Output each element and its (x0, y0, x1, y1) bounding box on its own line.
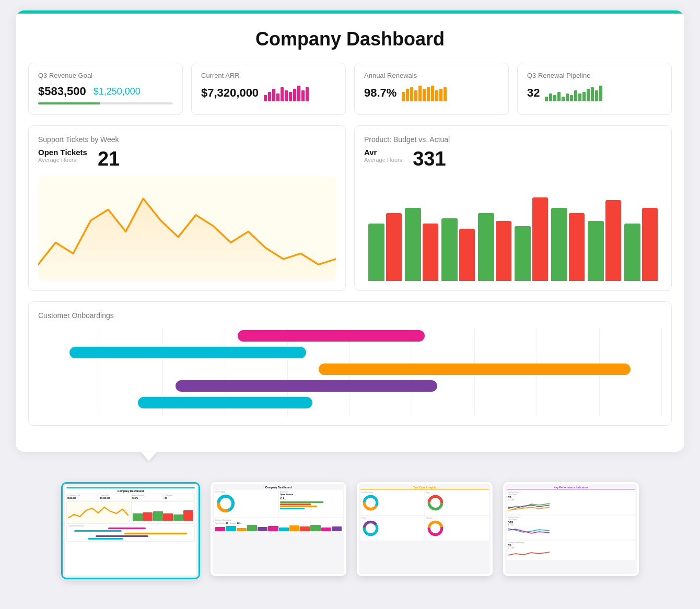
spark-bar (276, 93, 279, 101)
onboarding-title: Customer Onboardings (38, 311, 662, 320)
spark-bar (289, 92, 292, 101)
gantt-bar (319, 364, 631, 375)
support-metric-value: 21 (98, 148, 120, 170)
bar-pair-6 (551, 208, 585, 281)
kpi-q3-revenue-progress-fill (38, 102, 100, 104)
thumbnail-3-wrapper: Test Case Insights Total Test Cases (357, 482, 493, 576)
gantt-bar (138, 397, 312, 408)
arrow-down-icon (141, 452, 157, 461)
bar-budget (515, 226, 531, 281)
gantt-row-5 (38, 397, 662, 409)
kpi-q3-revenue-progress-bar (38, 102, 173, 104)
spark-bar (406, 89, 409, 101)
spark-bar (418, 86, 422, 101)
support-line-chart (38, 177, 336, 281)
spark-bar (272, 89, 275, 101)
kpi-current-arr: Current ARR $7,320,000 (191, 63, 346, 115)
gantt-bar (176, 380, 437, 392)
bar-pair-7 (588, 200, 621, 281)
spark-bar (570, 95, 573, 101)
onboarding-card: Customer Onboardings (28, 301, 672, 426)
budget-vs-actual-card: Product: Budget vs. Actual Avr Average H… (354, 125, 672, 291)
renewals-sparkline (402, 85, 447, 101)
bar-actual (569, 213, 585, 281)
bar-budget (441, 218, 458, 281)
support-metric-label: Open Tickets (38, 148, 87, 157)
bar-actual (605, 200, 622, 281)
spark-bar (578, 93, 581, 101)
bar-budget (405, 208, 421, 281)
support-tickets-card: Support Tickets by Week Open Tickets Ave… (28, 125, 346, 291)
spark-bar (566, 93, 569, 101)
spark-bar (297, 86, 300, 101)
thumbnail-1-wrapper: Company Dashboard Q3 Revenue Goal $583,0… (61, 482, 200, 579)
bar-budget (478, 213, 494, 281)
page-title: Company Dashboard (16, 14, 684, 63)
bar-budget (551, 208, 567, 281)
bar-actual (459, 229, 475, 281)
spark-bar (599, 86, 602, 101)
spark-bar (410, 87, 413, 101)
pipeline-sparkline (545, 85, 602, 101)
gantt-row-2 (38, 347, 662, 359)
thumbnail-4-wrapper: Key Performance Indicators Total Test Ca… (503, 482, 639, 576)
spark-bar (264, 95, 267, 101)
kpi-renewals-value: 98.7% (364, 86, 396, 100)
spark-bar (439, 89, 442, 101)
spark-bar (582, 92, 586, 101)
spark-bar (595, 90, 598, 101)
kpi-row: Q3 Revenue Goal $583,500 $1,250,000 Curr… (16, 63, 684, 115)
spark-bar (562, 97, 565, 101)
kpi-arr-label: Current ARR (201, 72, 336, 79)
spark-bar (574, 90, 577, 101)
bar-pair-3 (441, 218, 475, 281)
spark-bar (545, 97, 548, 101)
budget-metric-label: Avr (364, 148, 402, 157)
gantt-row-3 (38, 364, 662, 376)
spark-bar (301, 90, 305, 101)
spark-bar (414, 90, 417, 101)
budget-metric-sublabel: Average Hours (364, 157, 402, 163)
kpi-pipeline-value: 32 (527, 86, 540, 100)
arr-sparkline (264, 85, 309, 101)
bar-pair-4 (478, 213, 511, 281)
kpi-annual-renewals: Annual Renewals 98.7% (354, 63, 509, 115)
bar-budget (624, 224, 640, 281)
gantt-row-4 (38, 380, 662, 393)
spark-bar (444, 87, 447, 101)
main-container: Company Dashboard Q3 Revenue Goal $583,5… (0, 0, 700, 609)
thumbnail-4-card[interactable]: Key Performance Indicators Total Test Ca… (503, 482, 639, 576)
support-tickets-title: Support Tickets by Week (38, 135, 336, 144)
thumbnail-2-card[interactable]: Company Dashboard Unread Status (211, 482, 346, 576)
gantt-bar (238, 330, 425, 342)
bar-pair-1 (368, 213, 402, 281)
arrow-indicator (0, 452, 483, 461)
bar-actual (496, 221, 512, 281)
thumbnail-1-preview: Company Dashboard Q3 Revenue Goal $583,0… (63, 484, 199, 578)
kpi-renewals-label: Annual Renewals (364, 72, 499, 79)
spark-bar (431, 86, 434, 101)
spark-bar (427, 87, 430, 101)
bar-budget (588, 221, 604, 281)
kpi-q3-revenue-label: Q3 Revenue Goal (38, 72, 173, 79)
bar-pair-8 (624, 208, 658, 281)
gantt-row-1 (38, 330, 662, 343)
spark-bar (423, 89, 426, 101)
budget-metric-value: 331 (413, 148, 446, 170)
spark-bar (587, 89, 590, 101)
thumbnail-1-card[interactable]: Company Dashboard Q3 Revenue Goal $583,0… (61, 482, 200, 579)
kpi-q3-revenue-secondary: $1,250,000 (94, 86, 141, 97)
spark-bar (306, 87, 309, 101)
spark-bar (549, 93, 552, 101)
kpi-q3-revenue-main: $583,500 (38, 85, 86, 98)
budget-title: Product: Budget vs. Actual (364, 135, 662, 144)
gantt-bar (69, 347, 307, 358)
budget-bar-chart (364, 177, 662, 281)
kpi-q3-revenue: Q3 Revenue Goal $583,500 $1,250,000 (28, 63, 183, 115)
spark-bar (435, 90, 438, 101)
thumbnail-2-wrapper: Company Dashboard Unread Status (211, 482, 346, 576)
kpi-arr-value: $7,320,000 (201, 86, 259, 100)
bar-actual (386, 213, 402, 281)
thumbnail-3-card[interactable]: Test Case Insights Total Test Cases (357, 482, 493, 576)
spark-bar (285, 90, 288, 101)
